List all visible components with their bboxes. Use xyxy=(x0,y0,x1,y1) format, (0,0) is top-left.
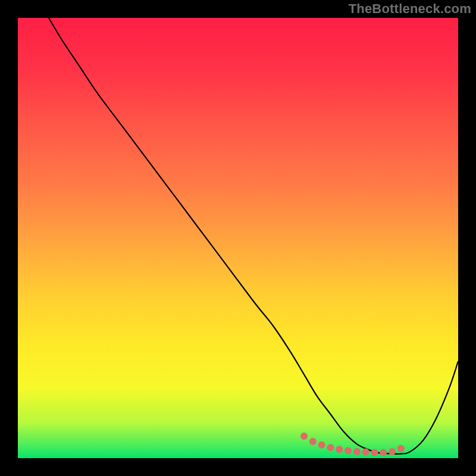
dot-marker xyxy=(327,444,334,451)
dot-marker xyxy=(389,448,396,455)
plot-area xyxy=(18,18,458,458)
dot-marker xyxy=(353,448,361,455)
dot-marker xyxy=(397,445,405,452)
dot-marker xyxy=(345,447,352,454)
dot-marker xyxy=(362,449,369,456)
dot-marker xyxy=(300,433,308,440)
dot-marker xyxy=(336,446,343,453)
chart-frame: TheBottleneck.com xyxy=(0,0,476,476)
dot-marker xyxy=(380,449,387,456)
curve-layer xyxy=(18,18,458,458)
dot-marker-group xyxy=(300,433,405,456)
watermark-text: TheBottleneck.com xyxy=(349,1,471,17)
bottleneck-curve-path xyxy=(49,18,458,454)
dot-marker xyxy=(309,438,317,445)
dot-marker xyxy=(318,441,325,449)
dot-marker xyxy=(371,449,378,456)
